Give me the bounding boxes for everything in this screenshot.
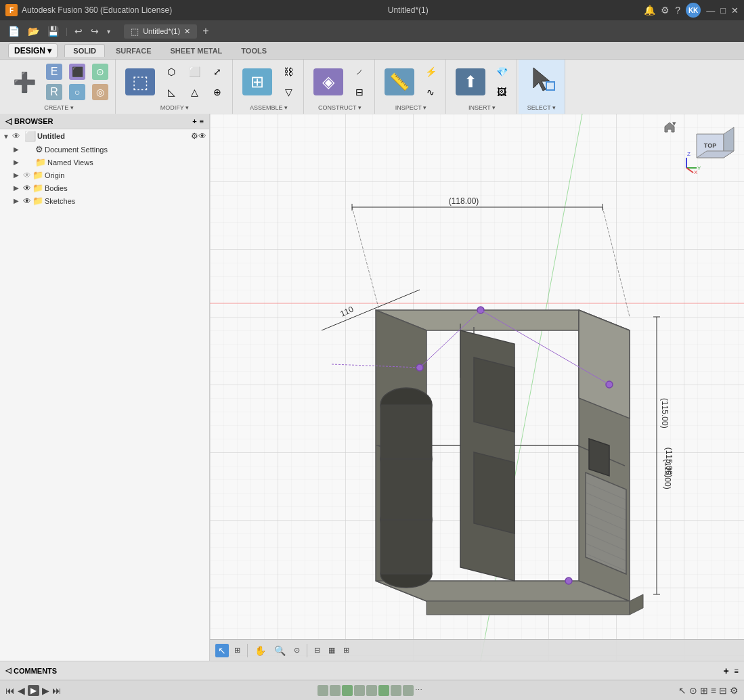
window-minimize[interactable]: — [706,5,715,16]
browser-item-bodies[interactable]: ▶ 👁 📁 Bodies [0,181,209,194]
select-group-label[interactable]: SELECT ▾ [527,103,556,111]
account-avatar[interactable]: KK [686,3,701,18]
qa-save-button[interactable]: 💾 [45,24,62,38]
create-sphere-button[interactable]: ○ [66,83,88,102]
tab-sheet-metal[interactable]: SHEET METAL [162,45,231,57]
assemble-new-component-button[interactable]: ⊞ [238,66,276,98]
timeline-item-5[interactable] [366,685,377,696]
timeline-item-3[interactable] [342,685,353,696]
tab-tools[interactable]: TOOLS [233,45,275,57]
browser-options-button[interactable]: ≡ [200,117,204,125]
item-settings-icon[interactable]: ⚙ [191,131,198,141]
modify-chamfer-button[interactable]: ◺ [160,83,182,102]
create-new-component-button[interactable]: ➕ [7,66,42,98]
construct-offset-plane-button[interactable]: ◈ [309,66,347,98]
timeline-next-button[interactable]: ▶ [42,685,49,696]
expand-arrow[interactable]: ▶ [14,184,23,192]
insert-svg-button[interactable]: 💎 [491,62,512,81]
vp-zoom-fit-tool[interactable]: ⊙ [291,644,303,656]
expand-arrow[interactable]: ▶ [14,146,23,153]
expand-arrow[interactable]: ▶ [14,197,23,204]
timeline-item-1[interactable] [318,685,328,696]
window-maximize[interactable]: □ [720,5,726,16]
inspect-interference-button[interactable]: ⚡ [420,62,441,81]
viewcube[interactable]: TOP Y Z X [683,121,737,175]
timeline-item-2[interactable] [330,685,341,696]
qa-more-button[interactable]: ▾ [104,26,113,37]
timeline-item-8[interactable] [403,685,414,696]
modify-group-label[interactable]: MODIFY ▾ [160,103,189,111]
comments-options-button[interactable]: ≡ [735,667,739,675]
visibility-icon[interactable]: 👁 [23,171,31,180]
vp-view-options-button[interactable]: ⊞ [341,644,352,656]
viewport[interactable]: (118.00) (115.00) (115.00) 110 [210,114,744,661]
inspect-group-label[interactable]: INSPECT ▾ [395,103,426,111]
qa-new-button[interactable]: 📄 [5,24,22,38]
file-tab-close[interactable]: ✕ [184,27,190,36]
browser-item-sketches[interactable]: ▶ 👁 📁 Sketches [0,194,209,207]
timeline-item-6[interactable] [378,685,389,696]
visibility-icon[interactable]: 👁 [12,131,23,141]
insert-group-label[interactable]: INSERT ▾ [468,103,496,111]
select-button[interactable] [523,62,561,95]
inspect-measure-button[interactable]: 📏 [380,66,418,98]
view-control-5[interactable]: ⊟ [719,685,727,696]
assemble-group-label[interactable]: ASSEMBLE ▾ [250,103,288,111]
browser-item-named-views[interactable]: ▶ 📁 Named Views [0,156,209,169]
expand-arrow[interactable]: ▼ [3,133,12,140]
browser-collapse-icon[interactable]: ◁ [5,116,12,126]
vp-select-tool[interactable]: ↖ [215,644,229,657]
assemble-joint-button[interactable]: ⛓ [278,62,299,81]
help-icon[interactable]: ? [675,5,680,16]
file-tab-label[interactable]: Untitled*(1) [143,27,180,35]
create-group-label[interactable]: CREATE ▾ [44,103,73,111]
filter-dropdown[interactable]: ▾ [672,119,676,128]
vp-select-mode-button[interactable]: ⊞ [232,644,243,656]
modify-draft-button[interactable]: △ [183,83,205,102]
visibility-icon[interactable]: 👁 [23,183,31,193]
timeline-prev-button[interactable]: ◀ [18,685,25,696]
settings-icon[interactable]: ⚙ [661,5,670,16]
qa-open-button[interactable]: 📂 [25,24,42,38]
vp-zoom-tool[interactable]: 🔍 [271,644,288,657]
create-torus-button[interactable]: ◎ [89,83,111,102]
item-eye-settings[interactable]: 👁 [198,131,206,141]
browser-add-button[interactable]: + [192,117,196,125]
browser-item-origin[interactable]: ▶ 👁 📁 Origin [0,169,209,181]
comments-add-button[interactable]: + [723,665,728,676]
expand-arrow[interactable]: ▶ [14,158,23,166]
notification-icon[interactable]: 🔔 [644,5,655,16]
vp-grid-button[interactable]: ▦ [326,644,338,656]
construct-midplane-button[interactable]: ⊟ [349,83,370,102]
tab-solid[interactable]: SOLID [64,44,105,57]
view-control-4[interactable]: ≡ [711,685,716,696]
create-revolve-button[interactable]: R [43,83,65,102]
timeline-play-button[interactable]: ▶ [28,685,39,696]
qa-redo-button[interactable]: ↪ [88,24,102,38]
construct-group-label[interactable]: CONSTRUCT ▾ [318,103,362,111]
timeline-end-button[interactable]: ⏭ [52,685,62,696]
timeline-beginning-button[interactable]: ⏮ [5,685,15,696]
view-control-3[interactable]: ⊞ [700,685,708,696]
tab-surface[interactable]: SURFACE [108,45,160,57]
design-dropdown[interactable]: DESIGN ▾ [8,43,58,58]
timeline-item-7[interactable] [391,685,401,696]
create-box-button[interactable]: ⬛ [66,62,88,81]
insert-mesh-button[interactable]: ⬆ [452,66,489,98]
view-control-1[interactable]: ↖ [678,685,686,696]
modify-fillet-button[interactable]: ⬡ [160,62,182,81]
timeline-item-4[interactable] [354,685,365,696]
settings-gear-icon[interactable]: ⚙ [730,685,739,696]
expand-arrow[interactable]: ▶ [14,171,23,179]
modify-scale-button[interactable]: ⤢ [206,62,228,81]
qa-undo-button[interactable]: ↩ [72,24,85,38]
modify-combine-button[interactable]: ⊕ [206,83,228,102]
browser-item-untitled[interactable]: ▼ 👁 ⬜ Untitled ⚙ 👁 [0,129,209,143]
visibility-icon[interactable]: 👁 [23,196,31,206]
browser-item-document-settings[interactable]: ▶ ⚙ Document Settings [0,143,209,156]
view-control-2[interactable]: ⊙ [689,685,697,696]
new-tab-button[interactable]: + [202,25,209,37]
insert-decal-button[interactable]: 🖼 [491,83,512,102]
assemble-ground-button[interactable]: ▽ [278,83,299,102]
vp-pan-tool[interactable]: ✋ [252,644,269,657]
